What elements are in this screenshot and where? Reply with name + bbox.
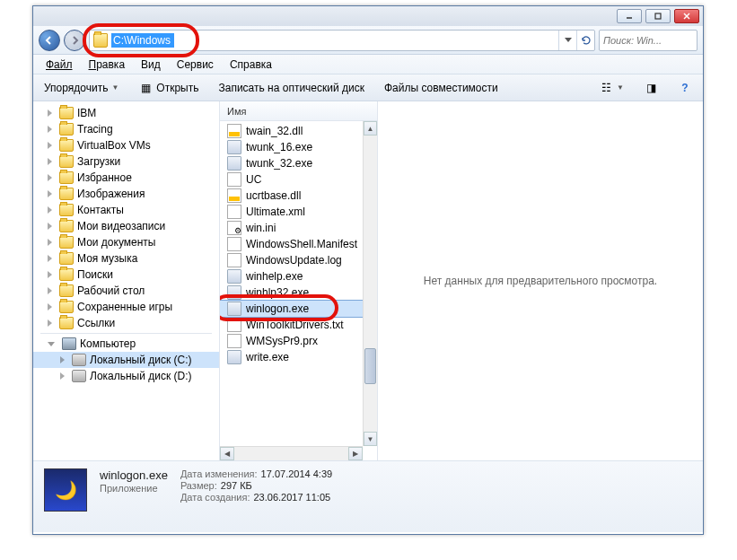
forward-button[interactable] bbox=[64, 30, 85, 51]
address-dropdown-button[interactable] bbox=[558, 31, 576, 50]
file-name: winhelp.exe bbox=[246, 270, 303, 283]
file-icon bbox=[227, 156, 241, 171]
file-row[interactable]: winlogon.exe bbox=[220, 301, 377, 317]
expand-icon bbox=[48, 142, 52, 149]
menu-view[interactable]: Вид bbox=[134, 57, 168, 73]
refresh-button[interactable] bbox=[576, 31, 594, 50]
tree-item[interactable]: Избранное bbox=[33, 170, 219, 186]
file-icon bbox=[227, 188, 241, 203]
file-row[interactable]: Ultimate.xml bbox=[220, 204, 377, 220]
expand-icon bbox=[48, 255, 52, 262]
open-button[interactable]: ▦Открыть bbox=[133, 79, 204, 97]
view-mode-button[interactable]: ☷▼ bbox=[593, 79, 629, 97]
scroll-thumb[interactable] bbox=[364, 348, 376, 384]
tree-item-label: Мои документы bbox=[77, 236, 155, 249]
details-created: 23.06.2017 11:05 bbox=[254, 492, 331, 503]
tree-item[interactable]: Tracing bbox=[33, 121, 219, 137]
help-button[interactable]: ? bbox=[672, 79, 698, 97]
file-row[interactable]: twunk_32.exe bbox=[220, 155, 377, 171]
file-row[interactable]: win.ini bbox=[220, 220, 377, 236]
file-row[interactable]: WMSysPr9.prx bbox=[220, 333, 377, 349]
tree-item[interactable]: Изображения bbox=[33, 186, 219, 202]
file-name: WMSysPr9.prx bbox=[246, 335, 318, 347]
nav-tree[interactable]: IBMTracingVirtualBox VMsЗагрузкиИзбранно… bbox=[33, 101, 220, 460]
details-modified: 17.07.2014 4:39 bbox=[261, 468, 333, 479]
tree-item[interactable]: Контакты bbox=[33, 202, 219, 218]
file-name: twain_32.dll bbox=[246, 125, 303, 137]
compat-button[interactable]: Файлы совместимости bbox=[379, 80, 504, 96]
scroll-up-button[interactable]: ▲ bbox=[364, 121, 377, 136]
tree-item[interactable]: Сохраненные игры bbox=[33, 299, 219, 315]
file-name: twunk_16.exe bbox=[246, 141, 312, 153]
tree-item[interactable]: VirtualBox VMs bbox=[33, 137, 219, 153]
tree-item[interactable]: Мои видеозаписи bbox=[33, 218, 219, 234]
preview-pane-button[interactable]: ◨ bbox=[638, 79, 663, 97]
expand-icon bbox=[48, 190, 52, 197]
file-name: win.ini bbox=[246, 222, 276, 234]
horizontal-scrollbar[interactable]: ◀ ▶ bbox=[220, 446, 363, 460]
expand-icon bbox=[48, 287, 52, 294]
address-bar[interactable] bbox=[89, 30, 595, 51]
file-name: winhlp32.exe bbox=[246, 286, 309, 299]
tree-item-label: VirtualBox VMs bbox=[77, 139, 151, 152]
file-icon bbox=[227, 172, 241, 187]
file-icon bbox=[227, 205, 241, 219]
scroll-right-button[interactable]: ▶ bbox=[348, 447, 363, 460]
minimize-button[interactable] bbox=[617, 9, 642, 23]
details-filename: winlogon.exe bbox=[100, 468, 168, 482]
file-row[interactable]: UC bbox=[220, 171, 377, 188]
file-row[interactable]: winhelp.exe bbox=[220, 268, 377, 284]
vertical-scrollbar[interactable]: ▲ ▼ bbox=[363, 121, 377, 446]
menu-tools[interactable]: Сервис bbox=[170, 57, 221, 73]
tree-item[interactable]: Моя музыка bbox=[33, 250, 219, 267]
file-row[interactable]: WindowsUpdate.log bbox=[220, 252, 377, 268]
main-area: IBMTracingVirtualBox VMsЗагрузкиИзбранно… bbox=[33, 101, 703, 460]
file-row[interactable]: ucrtbase.dll bbox=[220, 188, 377, 204]
tree-item-drive[interactable]: Локальный диск (D:) bbox=[33, 368, 219, 384]
tree-item[interactable]: Загрузки bbox=[33, 153, 219, 170]
scroll-down-button[interactable]: ▼ bbox=[364, 432, 377, 446]
file-row[interactable]: twain_32.dll bbox=[220, 123, 377, 139]
expand-icon bbox=[60, 372, 65, 380]
help-icon: ? bbox=[678, 81, 692, 95]
file-name: Ultimate.xml bbox=[246, 206, 305, 218]
scroll-left-button[interactable]: ◀ bbox=[220, 447, 234, 460]
tree-item-label: Моя музыка bbox=[77, 252, 137, 265]
menu-edit[interactable]: Правка bbox=[82, 57, 133, 73]
expand-icon bbox=[48, 271, 52, 278]
file-row[interactable]: twunk_16.exe bbox=[220, 139, 377, 155]
file-row[interactable]: WinToolkitDrivers.txt bbox=[220, 317, 377, 333]
file-name: WinToolkitDrivers.txt bbox=[246, 319, 344, 331]
tree-item[interactable]: Поиски bbox=[33, 267, 219, 283]
tree-item-drive[interactable]: Локальный диск (C:) bbox=[33, 352, 219, 368]
menu-bar: Файл Правка Вид Сервис Справка bbox=[33, 55, 703, 74]
file-icon bbox=[227, 334, 241, 348]
tree-item-label: Мои видеозаписи bbox=[77, 220, 165, 232]
search-input[interactable] bbox=[603, 35, 693, 46]
file-row[interactable]: winhlp32.exe bbox=[220, 284, 377, 301]
tree-item[interactable]: Рабочий стол bbox=[33, 283, 219, 299]
maximize-button[interactable] bbox=[645, 9, 671, 23]
tree-item[interactable]: IBM bbox=[33, 105, 219, 121]
file-icon bbox=[227, 350, 241, 364]
tree-item-label: Локальный диск (C:) bbox=[90, 354, 192, 366]
address-input[interactable] bbox=[111, 33, 174, 48]
expand-icon bbox=[48, 239, 52, 246]
file-row[interactable]: write.exe bbox=[220, 349, 377, 365]
organize-button[interactable]: Упорядочить ▼ bbox=[39, 80, 124, 96]
folder-icon bbox=[59, 188, 74, 200]
tree-item[interactable]: Ссылки bbox=[33, 315, 219, 331]
search-box[interactable] bbox=[599, 30, 698, 51]
file-row[interactable]: WindowsShell.Manifest bbox=[220, 236, 377, 252]
folder-icon bbox=[59, 204, 74, 216]
tree-item[interactable]: Мои документы bbox=[33, 234, 219, 250]
burn-button[interactable]: Записать на оптический диск bbox=[213, 80, 370, 96]
tree-item-computer[interactable]: Компьютер bbox=[33, 336, 219, 352]
column-header-name[interactable]: Имя bbox=[220, 101, 377, 121]
close-button[interactable] bbox=[674, 9, 699, 23]
expand-icon bbox=[60, 356, 65, 363]
folder-icon bbox=[59, 301, 74, 313]
back-button[interactable] bbox=[39, 30, 60, 51]
menu-help[interactable]: Справка bbox=[223, 57, 279, 73]
menu-file[interactable]: Файл bbox=[39, 57, 80, 73]
